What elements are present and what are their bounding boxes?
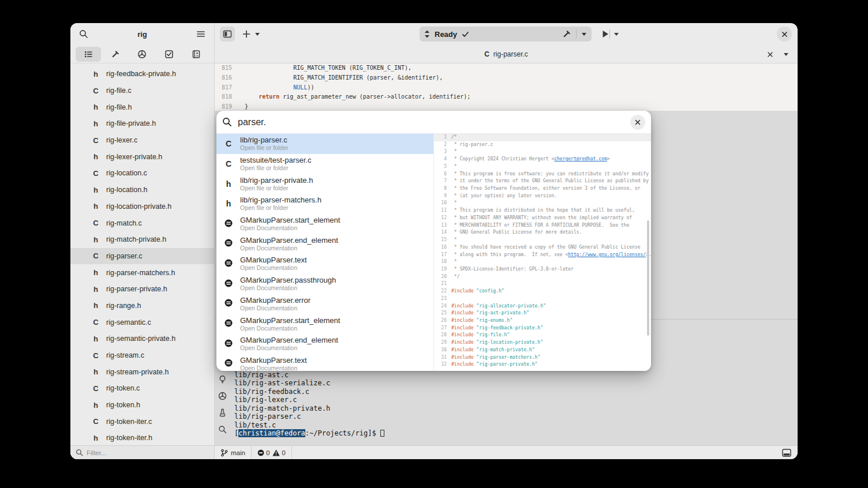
file-item[interactable]: Crig-file.c [70,82,214,99]
flask-icon[interactable] [218,408,227,417]
sidebar-toggle-icon[interactable] [220,27,235,42]
file-item[interactable]: Crig-match.c [70,215,214,231]
result-texts: GMarkupParser.textOpen Documentation [240,356,307,371]
code-segment: * it under the terms of the GNU General … [451,178,649,183]
line-code: * [447,200,457,207]
filetype-icon: C [92,251,99,260]
line-number: 26 [434,317,447,325]
file-item[interactable]: hrig-range.h [70,298,214,314]
file-item[interactable]: hrig-file-private.h [70,115,214,132]
file-item[interactable]: hrig-location.h [70,182,214,198]
file-name: rig-lexer.c [106,136,137,144]
file-item[interactable]: Crig-stream.c [70,347,214,364]
file-item[interactable]: hrig-token-iter.h [70,430,214,445]
file-item[interactable]: Crig-parser.c [70,248,214,265]
build-caret-icon[interactable] [581,31,587,37]
run-caret-icon[interactable] [612,27,621,42]
sidebar-tab-documentation[interactable] [184,47,209,62]
file-item[interactable]: hrig-file.h [70,99,214,115]
preview-line: 7 * it under the terms of the GNU Genera… [434,178,651,185]
code-segment: * but WITHOUT ANY WARRANTY; without even… [451,215,632,220]
search-result-row[interactable]: Clib/rig-parser.cOpen file or folder [216,134,433,154]
search-result-row[interactable]: GMarkupParser.end_elementOpen Documentat… [216,234,433,254]
code-segment: * MERCHANTABILITY or FITNESS FOR A PARTI… [451,223,629,228]
tab-close-icon[interactable] [763,47,777,61]
line-code: * GNU General Public License for more de… [447,229,582,237]
file-item[interactable]: hrig-stream-private.h [70,363,214,380]
filetype-icon: h [92,268,99,277]
sidebar-tab-pipeline[interactable] [129,47,155,62]
file-item[interactable]: Crig-semantic.c [70,314,214,331]
new-page-button[interactable] [240,27,253,42]
file-name: rig-feedback-private.h [106,70,176,78]
file-item[interactable]: Crig-token-iter.c [70,413,214,430]
file-item[interactable]: hrig-location-private.h [70,198,214,215]
search-result-row[interactable]: hlib/rig-parser-matchers.hOpen file or f… [216,194,433,214]
file-item[interactable]: hrig-parser-private.h [70,281,214,298]
file-item[interactable]: hrig-semantic-private.h [70,331,214,347]
content-area: 815 RIG_MATCH_TOKEN (RIG_TOKEN_C_INT),81… [215,63,798,445]
search-result-row[interactable]: GMarkupParser.passthroughOpen Documentat… [216,274,433,294]
search-icon[interactable] [76,27,91,42]
code-editor[interactable]: 815 RIG_MATCH_TOKEN (RIG_TOKEN_C_INT),81… [215,63,798,111]
filter-input[interactable] [87,449,190,456]
search-result-row[interactable]: GMarkupParser.end_elementOpen Documentat… [216,334,433,354]
code-segment: * rig-parser.c [451,142,493,147]
code-segment: * (at your option) any later version. [451,193,557,198]
search-result-row[interactable]: GMarkupParser.errorOpen Documentation [216,294,433,314]
search-result-row[interactable]: GMarkupParser.start_elementOpen Document… [216,314,433,334]
file-item[interactable]: hrig-match-private.h [70,231,214,248]
window-close-button[interactable] [777,27,792,42]
tab-filetype-icon: C [484,50,489,58]
git-branch-button[interactable]: main [215,446,252,459]
code-segment: #include [451,347,476,352]
filetype-icon: h [92,186,99,194]
result-texts: testsuite/test-parser.cOpen file or fold… [240,156,312,172]
tab-list-caret-icon[interactable] [779,47,793,61]
preview-line: 21 [434,280,651,288]
bottom-panel-toggle-icon[interactable] [780,447,793,459]
file-item[interactable]: hrig-parser-matchers.h [70,264,214,281]
search-input[interactable] [238,117,624,127]
file-item[interactable]: Crig-lexer.c [70,132,214,149]
panel-icon-strip [218,375,231,434]
code-segment: "rig-parser-private.h" [476,362,537,367]
result-subtitle: Open Documentation [240,264,307,272]
line-code: * [447,163,457,171]
code-segment: "rig-location-private.h" [476,340,543,345]
sidebar-tab-project-tree[interactable] [76,47,101,62]
diagnostics-button[interactable]: 0 0 [252,446,292,459]
terminal-output[interactable]: lib/rig-ast.clib/rig-ast-serialize.clib/… [234,371,384,438]
new-page-caret-icon[interactable] [253,27,262,42]
sidebar-tab-todo[interactable] [156,47,182,62]
search-result-row[interactable]: Ctestsuite/test-parser.cOpen file or fol… [216,154,433,174]
menu-icon[interactable] [193,27,208,42]
terminal-prompt: [christian@fedora:~/Projects/rig]$ [234,429,384,437]
tab-title[interactable]: rig-parser.c [493,50,528,58]
file-item[interactable]: Crig-token.c [70,380,214,397]
preview-scrollbar[interactable] [647,220,649,336]
file-item[interactable]: hrig-lexer-private.h [70,148,214,165]
code-segment: /* [451,134,457,140]
file-item[interactable]: hrig-token.h [70,397,214,414]
line-number: 9 [434,193,447,200]
lightbulb-icon[interactable] [218,375,227,384]
run-button[interactable] [598,27,613,42]
search-result-row[interactable]: GMarkupParser.textOpen Documentation [216,354,433,371]
popup-close-button[interactable] [630,115,645,130]
search-result-row[interactable]: GMarkupParser.textOpen Documentation [216,254,433,274]
build-status-pill[interactable]: Ready [420,27,592,42]
build-hammer-icon[interactable] [562,29,571,39]
code-segment: http://www.gnu.org/licenses/ [568,252,646,257]
documentation-icon [224,259,233,269]
git-branch-label: main [231,449,245,456]
line-code: RIG_MATCH_TOKEN (RIG_TOKEN_C_INT), [232,63,411,73]
sidebar-tab-build-targets[interactable] [103,47,128,62]
search-panel-icon[interactable] [218,425,227,434]
file-item[interactable]: Crig-location.c [70,165,214,182]
file-item[interactable]: hrig-feedback-private.h [70,66,214,82]
filetype-icon: h [224,179,233,189]
search-result-row[interactable]: hlib/rig-parser-private.hOpen file or fo… [216,174,433,194]
wheel-icon[interactable] [218,392,227,400]
search-result-row[interactable]: GMarkupParser.start_elementOpen Document… [216,214,433,234]
